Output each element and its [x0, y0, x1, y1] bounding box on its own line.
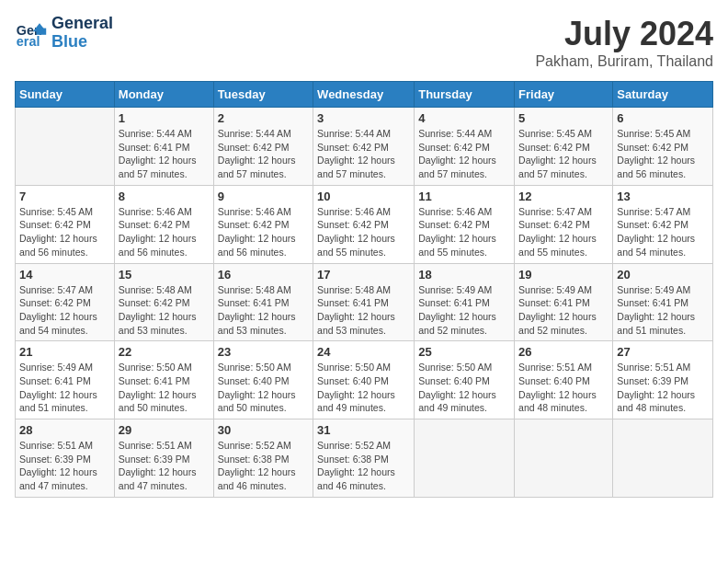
page-header: Gen eral General Blue July 2024 Pakham, …: [15, 15, 713, 70]
day-number: 12: [518, 190, 609, 203]
day-info: Sunrise: 5:52 AM Sunset: 6:38 PM Dayligh…: [317, 439, 410, 493]
day-cell: 29Sunrise: 5:51 AM Sunset: 6:39 PM Dayli…: [114, 419, 213, 498]
day-cell: 9Sunrise: 5:46 AM Sunset: 6:42 PM Daylig…: [213, 185, 313, 263]
week-row-5: 28Sunrise: 5:51 AM Sunset: 6:39 PM Dayli…: [16, 419, 713, 498]
day-cell: 19Sunrise: 5:49 AM Sunset: 6:41 PM Dayli…: [515, 263, 613, 341]
header-friday: Friday: [515, 82, 613, 108]
day-info: Sunrise: 5:46 AM Sunset: 6:42 PM Dayligh…: [119, 205, 210, 259]
day-number: 10: [317, 190, 410, 203]
logo-icon: Gen eral: [15, 17, 48, 50]
day-number: 14: [19, 268, 110, 282]
day-info: Sunrise: 5:44 AM Sunset: 6:42 PM Dayligh…: [317, 127, 410, 181]
day-number: 6: [617, 111, 709, 125]
day-info: Sunrise: 5:44 AM Sunset: 6:42 PM Dayligh…: [218, 127, 309, 181]
month-title: July 2024: [535, 15, 713, 53]
day-info: Sunrise: 5:46 AM Sunset: 6:42 PM Dayligh…: [418, 205, 510, 259]
day-cell: [415, 419, 515, 498]
day-number: 7: [19, 190, 110, 203]
day-cell: 7Sunrise: 5:45 AM Sunset: 6:42 PM Daylig…: [16, 185, 115, 263]
day-info: Sunrise: 5:50 AM Sunset: 6:41 PM Dayligh…: [119, 361, 210, 415]
calendar-table: SundayMondayTuesdayWednesdayThursdayFrid…: [15, 81, 713, 498]
day-info: Sunrise: 5:47 AM Sunset: 6:42 PM Dayligh…: [617, 205, 709, 259]
day-cell: 27Sunrise: 5:51 AM Sunset: 6:39 PM Dayli…: [613, 341, 713, 419]
day-number: 5: [518, 111, 609, 125]
day-number: 21: [19, 345, 110, 359]
day-number: 18: [418, 268, 510, 282]
day-number: 3: [317, 111, 410, 125]
day-cell: 25Sunrise: 5:50 AM Sunset: 6:40 PM Dayli…: [415, 341, 515, 419]
header-wednesday: Wednesday: [313, 82, 415, 108]
day-number: 24: [317, 345, 410, 359]
day-cell: [16, 108, 115, 186]
day-info: Sunrise: 5:50 AM Sunset: 6:40 PM Dayligh…: [317, 361, 410, 415]
day-info: Sunrise: 5:48 AM Sunset: 6:41 PM Dayligh…: [218, 283, 309, 338]
day-cell: 24Sunrise: 5:50 AM Sunset: 6:40 PM Dayli…: [313, 341, 415, 419]
day-number: 9: [218, 190, 309, 203]
day-number: 8: [119, 190, 210, 203]
day-cell: [613, 419, 713, 498]
day-info: Sunrise: 5:51 AM Sunset: 6:39 PM Dayligh…: [617, 361, 709, 415]
day-info: Sunrise: 5:46 AM Sunset: 6:42 PM Dayligh…: [317, 205, 410, 259]
calendar-body: 1Sunrise: 5:44 AM Sunset: 6:41 PM Daylig…: [16, 108, 713, 498]
day-cell: 2Sunrise: 5:44 AM Sunset: 6:42 PM Daylig…: [213, 108, 313, 186]
day-number: 13: [617, 190, 709, 203]
day-cell: 22Sunrise: 5:50 AM Sunset: 6:41 PM Dayli…: [114, 341, 213, 419]
day-info: Sunrise: 5:50 AM Sunset: 6:40 PM Dayligh…: [418, 361, 510, 415]
day-cell: 31Sunrise: 5:52 AM Sunset: 6:38 PM Dayli…: [313, 419, 415, 498]
day-cell: [515, 419, 613, 498]
day-info: Sunrise: 5:49 AM Sunset: 6:41 PM Dayligh…: [617, 283, 709, 338]
location: Pakham, Buriram, Thailand: [535, 53, 713, 70]
day-number: 27: [617, 345, 709, 359]
svg-text:eral: eral: [17, 34, 40, 49]
day-cell: 20Sunrise: 5:49 AM Sunset: 6:41 PM Dayli…: [613, 263, 713, 341]
day-info: Sunrise: 5:50 AM Sunset: 6:40 PM Dayligh…: [218, 361, 309, 415]
day-number: 25: [418, 345, 510, 359]
header-sunday: Sunday: [16, 82, 115, 108]
week-row-3: 14Sunrise: 5:47 AM Sunset: 6:42 PM Dayli…: [16, 263, 713, 341]
day-cell: 12Sunrise: 5:47 AM Sunset: 6:42 PM Dayli…: [515, 185, 613, 263]
day-number: 15: [119, 268, 210, 282]
day-info: Sunrise: 5:44 AM Sunset: 6:42 PM Dayligh…: [418, 127, 510, 181]
week-row-1: 1Sunrise: 5:44 AM Sunset: 6:41 PM Daylig…: [16, 108, 713, 186]
day-number: 20: [617, 268, 709, 282]
title-block: July 2024 Pakham, Buriram, Thailand: [535, 15, 713, 70]
day-number: 11: [418, 190, 510, 203]
day-cell: 3Sunrise: 5:44 AM Sunset: 6:42 PM Daylig…: [313, 108, 415, 186]
day-number: 31: [317, 423, 410, 437]
day-cell: 4Sunrise: 5:44 AM Sunset: 6:42 PM Daylig…: [415, 108, 515, 186]
day-cell: 6Sunrise: 5:45 AM Sunset: 6:42 PM Daylig…: [613, 108, 713, 186]
day-number: 2: [218, 111, 309, 125]
day-cell: 11Sunrise: 5:46 AM Sunset: 6:42 PM Dayli…: [415, 185, 515, 263]
day-info: Sunrise: 5:48 AM Sunset: 6:42 PM Dayligh…: [119, 283, 210, 338]
day-number: 29: [119, 423, 210, 437]
day-cell: 13Sunrise: 5:47 AM Sunset: 6:42 PM Dayli…: [613, 185, 713, 263]
header-tuesday: Tuesday: [213, 82, 313, 108]
day-info: Sunrise: 5:47 AM Sunset: 6:42 PM Dayligh…: [19, 283, 110, 338]
day-number: 1: [119, 111, 210, 125]
day-info: Sunrise: 5:45 AM Sunset: 6:42 PM Dayligh…: [617, 127, 709, 181]
logo-text-blue: Blue: [51, 33, 113, 52]
day-cell: 5Sunrise: 5:45 AM Sunset: 6:42 PM Daylig…: [515, 108, 613, 186]
week-row-2: 7Sunrise: 5:45 AM Sunset: 6:42 PM Daylig…: [16, 185, 713, 263]
day-cell: 18Sunrise: 5:49 AM Sunset: 6:41 PM Dayli…: [415, 263, 515, 341]
day-cell: 16Sunrise: 5:48 AM Sunset: 6:41 PM Dayli…: [213, 263, 313, 341]
day-number: 17: [317, 268, 410, 282]
day-cell: 21Sunrise: 5:49 AM Sunset: 6:41 PM Dayli…: [16, 341, 115, 419]
logo: Gen eral General Blue: [15, 15, 113, 52]
day-cell: 23Sunrise: 5:50 AM Sunset: 6:40 PM Dayli…: [213, 341, 313, 419]
day-cell: 8Sunrise: 5:46 AM Sunset: 6:42 PM Daylig…: [114, 185, 213, 263]
day-number: 28: [19, 423, 110, 437]
day-info: Sunrise: 5:51 AM Sunset: 6:39 PM Dayligh…: [19, 439, 110, 493]
day-number: 16: [218, 268, 309, 282]
day-cell: 10Sunrise: 5:46 AM Sunset: 6:42 PM Dayli…: [313, 185, 415, 263]
day-info: Sunrise: 5:49 AM Sunset: 6:41 PM Dayligh…: [19, 361, 110, 415]
header-saturday: Saturday: [613, 82, 713, 108]
day-info: Sunrise: 5:47 AM Sunset: 6:42 PM Dayligh…: [518, 205, 609, 259]
day-info: Sunrise: 5:51 AM Sunset: 6:40 PM Dayligh…: [518, 361, 609, 415]
header-monday: Monday: [114, 82, 213, 108]
day-info: Sunrise: 5:45 AM Sunset: 6:42 PM Dayligh…: [518, 127, 609, 181]
day-cell: 1Sunrise: 5:44 AM Sunset: 6:41 PM Daylig…: [114, 108, 213, 186]
day-cell: 30Sunrise: 5:52 AM Sunset: 6:38 PM Dayli…: [213, 419, 313, 498]
day-cell: 15Sunrise: 5:48 AM Sunset: 6:42 PM Dayli…: [114, 263, 213, 341]
day-info: Sunrise: 5:46 AM Sunset: 6:42 PM Dayligh…: [218, 205, 309, 259]
